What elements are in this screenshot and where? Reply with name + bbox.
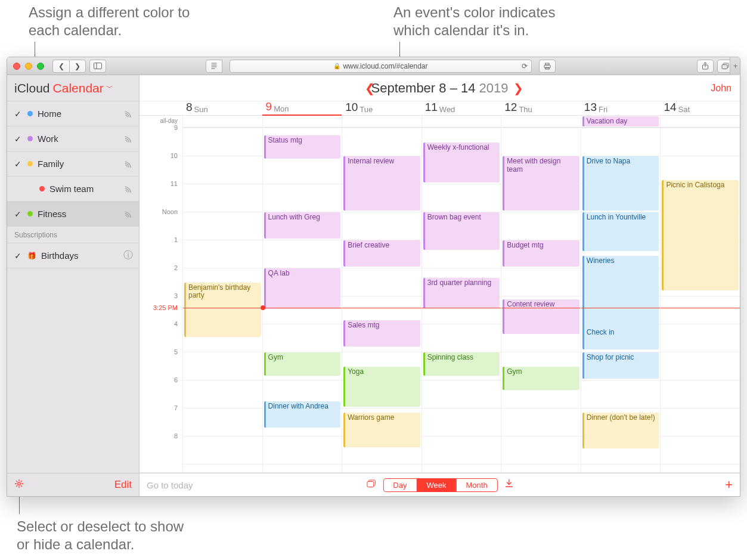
shared-icon[interactable]: [122, 207, 135, 221]
allday-event[interactable]: Vacation day: [582, 116, 659, 126]
calendar-row[interactable]: ✓Home: [7, 101, 139, 126]
app-title[interactable]: iCloud Calendar ﹀: [7, 75, 139, 101]
event[interactable]: Budget mtg: [503, 240, 579, 267]
calendar-list: ✓Home✓Work✓FamilySwim team✓FitnessSubscr…: [7, 101, 139, 473]
now-line: [661, 308, 740, 308]
check-icon[interactable]: ✓: [14, 134, 23, 144]
print-button[interactable]: [539, 60, 556, 73]
day-header[interactable]: 8 Sun: [182, 101, 262, 116]
allday-cell[interactable]: Vacation day: [581, 116, 661, 128]
allday-cell[interactable]: [660, 116, 740, 128]
reader-button[interactable]: [206, 60, 222, 73]
day-header[interactable]: 11 Wed: [421, 101, 501, 116]
share-button[interactable]: [697, 60, 714, 73]
shared-icon[interactable]: [122, 157, 135, 171]
event[interactable]: Gym: [264, 352, 341, 376]
date-year: 2019: [479, 81, 508, 96]
event[interactable]: Lunch with Greg: [264, 212, 341, 239]
hour-label: 9: [174, 124, 178, 131]
close-icon[interactable]: [13, 63, 20, 70]
maximize-icon[interactable]: [37, 63, 44, 70]
reload-icon[interactable]: ⟳: [522, 62, 528, 70]
minimize-icon[interactable]: [25, 63, 32, 70]
info-icon[interactable]: ⓘ: [123, 249, 133, 262]
day-column[interactable]: Drive to NapaLunch in YountvilleWineries…: [581, 128, 661, 472]
event[interactable]: Wineries: [582, 256, 659, 330]
event[interactable]: Warriors game: [343, 413, 420, 447]
shared-icon[interactable]: [122, 107, 135, 120]
edit-button[interactable]: Edit: [114, 479, 132, 491]
event[interactable]: Yoga: [343, 367, 420, 407]
hour-label: Noon: [162, 208, 178, 215]
sidebar-button[interactable]: [89, 60, 106, 73]
back-button[interactable]: ❮: [52, 60, 69, 73]
allday-cell[interactable]: [342, 116, 421, 128]
allday-cell[interactable]: [501, 116, 581, 128]
forward-button[interactable]: ❯: [69, 60, 86, 73]
url-bar[interactable]: 🔒 www.icloud.com/#calendar ⟳: [230, 60, 532, 73]
event[interactable]: Check in: [582, 327, 659, 349]
allday-cell[interactable]: [182, 116, 262, 128]
calendar-row[interactable]: Swim team: [7, 177, 139, 202]
prev-week-button[interactable]: ❮: [360, 75, 380, 101]
calendar-row[interactable]: ✓Work: [7, 126, 139, 151]
day-header[interactable]: 10 Tue: [342, 101, 421, 116]
event[interactable]: Drive to Napa: [582, 156, 659, 211]
event[interactable]: Lunch in Yountville: [582, 212, 659, 251]
day-column[interactable]: Meet with design teamBudget mtgContent r…: [501, 128, 581, 472]
event[interactable]: Content review: [503, 299, 579, 334]
check-icon[interactable]: ✓: [14, 251, 23, 261]
day-column[interactable]: Status mtgLunch with GregQA labGymDinner…: [262, 128, 342, 472]
subscription-row[interactable]: ✓🎁Birthdaysⓘ: [7, 243, 139, 268]
event[interactable]: Picnic in Calistoga: [662, 180, 739, 290]
event[interactable]: Shop for picnic: [582, 352, 659, 379]
event[interactable]: 3rd quarter planning: [423, 278, 500, 308]
now-line: [581, 308, 661, 308]
seg-week[interactable]: Week: [416, 479, 455, 491]
event[interactable]: QA lab: [264, 268, 341, 309]
day-header[interactable]: 12 Thu: [501, 101, 581, 116]
event[interactable]: Spinning class: [423, 352, 500, 376]
now-line: [422, 308, 501, 308]
event[interactable]: Sales mtg: [343, 320, 420, 346]
day-column[interactable]: Picnic in Calistoga: [660, 128, 740, 472]
check-icon[interactable]: ✓: [14, 209, 23, 219]
day-header[interactable]: 13 Fri: [581, 101, 661, 116]
day-header[interactable]: 9 Mon: [262, 101, 342, 116]
event[interactable]: Internal review: [343, 156, 420, 211]
seg-month[interactable]: Month: [455, 479, 497, 491]
brand-calendar: Calendar: [53, 81, 104, 95]
event[interactable]: Dinner with Andrea: [264, 401, 341, 428]
next-week-button[interactable]: ❯: [509, 75, 528, 101]
download-icon[interactable]: [505, 479, 513, 491]
event[interactable]: Brown bag event: [423, 212, 500, 250]
allday-cell[interactable]: [421, 116, 501, 128]
event[interactable]: Weekly x-functional: [423, 143, 500, 183]
go-to-today[interactable]: Go to today: [147, 480, 193, 490]
calendar-row[interactable]: ✓Fitness: [7, 202, 139, 227]
shared-icon[interactable]: [122, 132, 135, 146]
gear-icon[interactable]: [14, 479, 24, 491]
event[interactable]: Meet with design team: [503, 156, 579, 211]
day-column[interactable]: Internal reviewBrief creativeSales mtgYo…: [342, 128, 421, 472]
day-header[interactable]: 14 Sat: [660, 101, 740, 116]
day-column[interactable]: Benjamin's birthday party: [182, 128, 262, 472]
hour-label: 6: [174, 376, 178, 383]
event[interactable]: Status mtg: [264, 135, 341, 159]
day-column[interactable]: Weekly x-functionalBrown bag event3rd qu…: [421, 128, 501, 472]
add-event-button[interactable]: +: [725, 477, 733, 493]
seg-day[interactable]: Day: [383, 479, 416, 491]
event[interactable]: Dinner (don't be late!): [582, 413, 659, 448]
multi-window-icon[interactable]: [366, 479, 376, 490]
check-icon[interactable]: ✓: [14, 109, 23, 119]
new-tab-button[interactable]: +: [730, 57, 740, 75]
check-icon[interactable]: ✓: [14, 159, 23, 169]
allday-cell[interactable]: [262, 116, 342, 128]
event[interactable]: Brief creative: [343, 240, 420, 267]
shared-icon[interactable]: [122, 182, 135, 196]
hour-label: 10: [171, 152, 178, 159]
event[interactable]: Benjamin's birthday party: [184, 283, 261, 337]
event[interactable]: Gym: [503, 367, 579, 390]
user-name[interactable]: John: [711, 83, 731, 94]
calendar-row[interactable]: ✓Family: [7, 151, 139, 177]
